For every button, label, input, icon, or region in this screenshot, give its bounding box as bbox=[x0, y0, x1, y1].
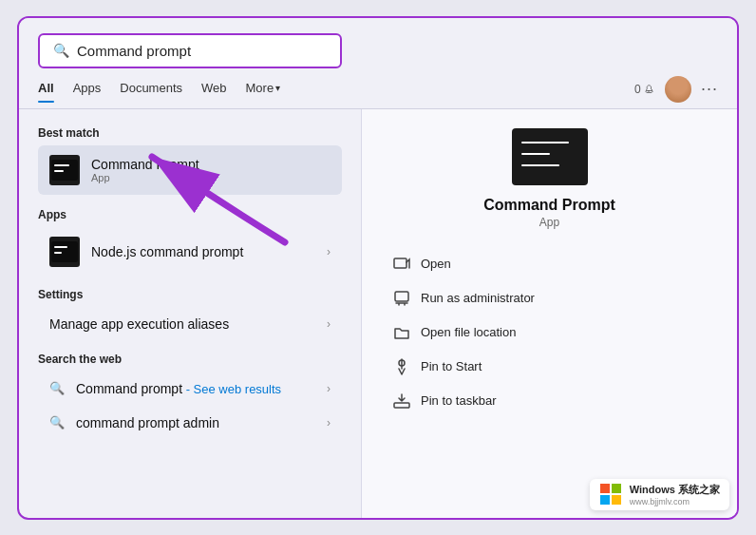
cmd-app-icon bbox=[49, 155, 80, 185]
chevron-right-icon-2: › bbox=[327, 317, 331, 331]
best-match-label: Best match bbox=[38, 126, 342, 140]
web-label: Search the web bbox=[38, 353, 342, 366]
result-item-aliases[interactable]: Manage app execution aliases › bbox=[38, 307, 342, 341]
watermark-url: www.bjjmlv.com bbox=[630, 497, 720, 506]
tab-more[interactable]: More ▾ bbox=[246, 81, 281, 103]
web-admin-title: command prompt admin bbox=[76, 415, 219, 430]
search-window: 🔍 All Apps Documents Web More ▾ 0 🕭 ··· … bbox=[17, 16, 739, 520]
folder-icon bbox=[392, 323, 411, 342]
watermark-title: Windows 系统之家 bbox=[630, 483, 720, 497]
tabs-row: All Apps Documents Web More ▾ 0 🕭 ··· bbox=[19, 68, 737, 109]
tabs-right: 0 🕭 ··· bbox=[634, 76, 718, 108]
result-text-command-prompt: Command Prompt App bbox=[91, 157, 199, 183]
open-icon bbox=[392, 255, 411, 274]
result-text-web-cmd: Command prompt - See web results bbox=[76, 381, 281, 396]
action-file-location-label: Open file location bbox=[421, 325, 516, 339]
avatar-face bbox=[665, 76, 691, 103]
left-panel: Best match Command Prompt App Apps bbox=[19, 109, 361, 518]
result-text-aliases: Manage app execution aliases bbox=[49, 316, 229, 332]
action-admin-label: Run as administrator bbox=[421, 291, 535, 305]
result-text-nodejs: Node.js command prompt bbox=[91, 244, 243, 259]
action-open[interactable]: Open bbox=[385, 248, 714, 280]
more-options-button[interactable]: ··· bbox=[701, 79, 718, 99]
nodejs-title: Node.js command prompt bbox=[91, 244, 243, 259]
action-admin[interactable]: Run as administrator bbox=[385, 282, 714, 315]
settings-label: Settings bbox=[38, 288, 342, 301]
action-list: Open Run as administrator bbox=[385, 248, 714, 417]
result-item-nodejs[interactable]: Node.js command prompt › bbox=[38, 227, 342, 277]
apps-label: Apps bbox=[38, 208, 342, 221]
watermark: Windows 系统之家 www.bjjmlv.com bbox=[590, 479, 729, 510]
svg-rect-1 bbox=[394, 258, 406, 268]
search-icon: 🔍 bbox=[53, 43, 69, 58]
tab-all[interactable]: All bbox=[38, 81, 54, 103]
action-pin-start[interactable]: Pin to Start bbox=[385, 351, 714, 383]
svg-rect-4 bbox=[394, 403, 409, 408]
chevron-right-icon: › bbox=[327, 245, 331, 258]
result-item-web-admin[interactable]: 🔍 command prompt admin › bbox=[38, 406, 342, 440]
search-box[interactable]: 🔍 bbox=[38, 33, 342, 68]
pin-icon bbox=[392, 357, 411, 376]
app-name: Command Prompt bbox=[483, 197, 615, 214]
tab-more-label: More bbox=[246, 81, 274, 95]
tab-web[interactable]: Web bbox=[201, 81, 227, 103]
app-type: App bbox=[539, 216, 559, 229]
svg-rect-2 bbox=[395, 292, 408, 301]
app-icon-large bbox=[512, 128, 588, 185]
nodejs-icon bbox=[49, 237, 80, 267]
result-text-web-admin: command prompt admin bbox=[76, 415, 219, 430]
watermark-text: Windows 系统之家 www.bjjmlv.com bbox=[630, 483, 720, 506]
action-pin-taskbar-label: Pin to taskbar bbox=[421, 393, 497, 408]
svg-rect-5 bbox=[600, 484, 610, 493]
aliases-title: Manage app execution aliases bbox=[49, 316, 229, 332]
avatar[interactable] bbox=[665, 76, 691, 103]
web-cmd-title: Command prompt - See web results bbox=[76, 381, 281, 396]
search-input[interactable] bbox=[77, 43, 324, 59]
pintaskbar-icon bbox=[392, 392, 411, 411]
chevron-down-icon: ▾ bbox=[275, 83, 280, 93]
web-search-icon: 🔍 bbox=[49, 381, 65, 395]
admin-icon bbox=[392, 289, 411, 308]
content-area: Best match Command Prompt App Apps bbox=[19, 109, 737, 518]
action-pin-start-label: Pin to Start bbox=[421, 359, 482, 373]
app-preview: Command Prompt App bbox=[385, 128, 714, 229]
right-panel: Command Prompt App Open bbox=[361, 109, 737, 518]
search-bar-area: 🔍 bbox=[19, 18, 737, 68]
result-item-command-prompt[interactable]: Command Prompt App bbox=[38, 145, 342, 195]
chevron-right-icon-3: › bbox=[327, 382, 331, 395]
tab-documents[interactable]: Documents bbox=[120, 81, 182, 103]
svg-rect-6 bbox=[612, 484, 621, 493]
notification-count: 0 🕭 bbox=[634, 83, 655, 96]
svg-rect-8 bbox=[612, 495, 621, 505]
svg-rect-7 bbox=[600, 495, 610, 505]
windows-logo bbox=[599, 483, 622, 506]
result-title: Command Prompt bbox=[91, 157, 199, 172]
web-search-icon-2: 🔍 bbox=[49, 415, 65, 430]
result-item-web-cmd[interactable]: 🔍 Command prompt - See web results › bbox=[38, 372, 342, 406]
chevron-right-icon-4: › bbox=[327, 416, 331, 430]
action-file-location[interactable]: Open file location bbox=[385, 316, 714, 349]
action-pin-taskbar[interactable]: Pin to taskbar bbox=[385, 385, 714, 417]
tab-apps[interactable]: Apps bbox=[73, 81, 102, 103]
action-open-label: Open bbox=[421, 257, 451, 271]
result-subtitle: App bbox=[91, 172, 199, 183]
